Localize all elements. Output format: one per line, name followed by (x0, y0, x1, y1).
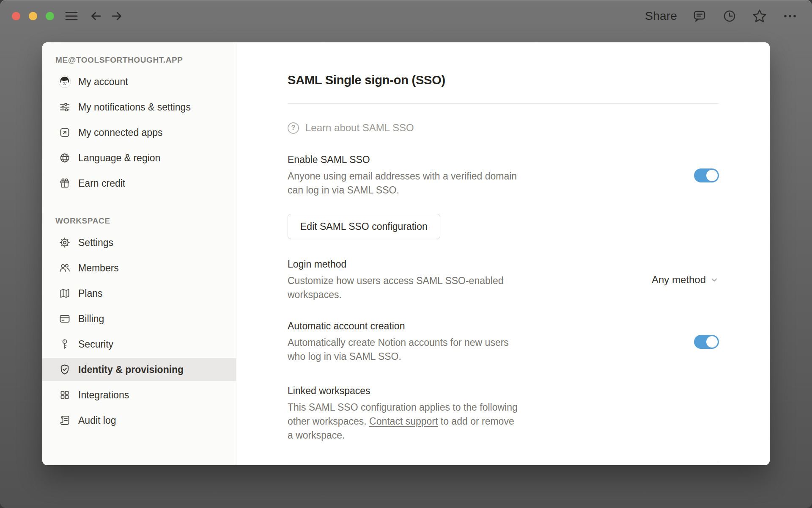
login-method-heading: Login method (288, 258, 503, 271)
auto-account-section: Automatic account creation Automatically… (288, 320, 719, 364)
chevron-down-icon (710, 275, 719, 284)
divider (288, 462, 719, 462)
contact-support-link[interactable]: Contact support (369, 416, 438, 427)
comment-icon[interactable] (692, 8, 707, 24)
close-window-button[interactable] (12, 12, 20, 20)
linked-workspaces-description: This SAML SSO configuration applies to t… (288, 400, 518, 442)
login-method-dropdown[interactable]: Any method (652, 274, 719, 286)
sidebar-item-plans[interactable]: Plans (42, 282, 236, 305)
sidebar-item-my-account[interactable]: My account (42, 70, 236, 93)
workspace-section-header: WORKSPACE (42, 216, 236, 226)
sidebar-item-label: My account (78, 76, 128, 88)
login-method-description: Customize how users access SAML SSO-enab… (288, 274, 503, 302)
enable-saml-toggle[interactable] (694, 168, 719, 182)
credit-card-icon (58, 312, 71, 325)
sidebar-item-label: Settings (78, 237, 113, 248)
zoom-window-button[interactable] (46, 12, 54, 20)
auto-account-description: Automatically create Notion accounts for… (288, 336, 509, 364)
login-method-value: Any method (652, 274, 706, 286)
toggle-knob (706, 170, 718, 181)
minimize-window-button[interactable] (29, 12, 37, 20)
sidebar-item-members[interactable]: Members (42, 257, 236, 279)
map-icon (58, 287, 71, 300)
sidebar-item-label: Billing (78, 313, 104, 325)
sidebar-item-label: Security (78, 339, 113, 350)
back-arrow-icon[interactable] (89, 9, 103, 23)
enable-saml-description: Anyone using email addresses with a veri… (288, 169, 517, 197)
shield-check-icon (58, 363, 71, 376)
help-circle-icon: ? (288, 122, 299, 134)
sidebar-item-label: Language & region (78, 152, 160, 164)
key-icon (58, 338, 71, 351)
sidebar-item-label: Identity & provisioning (78, 364, 184, 375)
auto-account-toggle[interactable] (694, 335, 719, 349)
history-clock-icon[interactable] (722, 8, 737, 24)
sidebar-item-identity-provisioning[interactable]: Identity & provisioning (42, 358, 236, 381)
audit-log-icon (58, 414, 71, 427)
toggle-knob (706, 336, 718, 348)
enable-saml-section: Enable SAML SSO Anyone using email addre… (288, 153, 719, 197)
hamburger-icon[interactable] (64, 9, 79, 23)
avatar (58, 75, 71, 88)
sidebar-item-label: My notifications & settings (78, 102, 191, 113)
sidebar-item-label: Plans (78, 288, 103, 299)
learn-about-saml-link[interactable]: ? Learn about SAML SSO (288, 122, 414, 134)
page-title: SAML Single sign-on (SSO) (288, 72, 719, 88)
edit-saml-config-button[interactable]: Edit SAML SSO configuration (288, 214, 440, 239)
sidebar-item-language-region[interactable]: Language & region (42, 146, 236, 169)
sidebar-item-label: Earn credit (78, 178, 125, 189)
app-window: Share ME@TOOLSFORTHOUGHT.APP (0, 0, 812, 508)
arrow-up-right-square-icon (58, 126, 71, 139)
gift-icon (58, 177, 71, 190)
window-titlebar: Share (0, 0, 812, 32)
traffic-lights (12, 12, 54, 20)
sidebar-item-label: Integrations (78, 389, 129, 401)
settings-content: SAML Single sign-on (SSO) ? Learn about … (236, 42, 770, 465)
settings-sidebar: ME@TOOLSFORTHOUGHT.APP My account My not… (42, 42, 236, 465)
share-button[interactable]: Share (645, 9, 677, 23)
sidebar-item-earn-credit[interactable]: Earn credit (42, 172, 236, 195)
sidebar-item-billing[interactable]: Billing (42, 307, 236, 330)
sidebar-item-label: Audit log (78, 415, 116, 426)
auto-account-heading: Automatic account creation (288, 320, 509, 332)
sliders-icon (58, 101, 71, 113)
divider (288, 103, 719, 104)
members-icon (58, 262, 71, 274)
globe-icon (58, 152, 71, 164)
enable-saml-heading: Enable SAML SSO (288, 153, 517, 166)
sidebar-item-audit-log[interactable]: Audit log (42, 409, 236, 432)
login-method-section: Login method Customize how users access … (288, 258, 719, 302)
forward-arrow-icon[interactable] (110, 9, 124, 23)
linked-workspaces-heading: Linked workspaces (288, 384, 518, 397)
star-icon[interactable] (752, 8, 767, 24)
gear-icon (58, 236, 71, 249)
sidebar-item-security[interactable]: Security (42, 333, 236, 356)
linked-workspaces-section: Linked workspaces This SAML SSO configur… (288, 384, 719, 442)
settings-modal: ME@TOOLSFORTHOUGHT.APP My account My not… (42, 42, 770, 465)
account-email-header: ME@TOOLSFORTHOUGHT.APP (42, 55, 236, 65)
learn-link-label: Learn about SAML SSO (305, 122, 414, 134)
grid-icon (58, 389, 71, 401)
sidebar-item-label: My connected apps (78, 127, 162, 138)
sidebar-item-connected-apps[interactable]: My connected apps (42, 121, 236, 144)
ellipsis-icon[interactable] (782, 8, 798, 24)
sidebar-item-integrations[interactable]: Integrations (42, 384, 236, 406)
sidebar-item-notifications-settings[interactable]: My notifications & settings (42, 96, 236, 119)
sidebar-item-settings[interactable]: Settings (42, 231, 236, 254)
sidebar-item-label: Members (78, 262, 119, 274)
